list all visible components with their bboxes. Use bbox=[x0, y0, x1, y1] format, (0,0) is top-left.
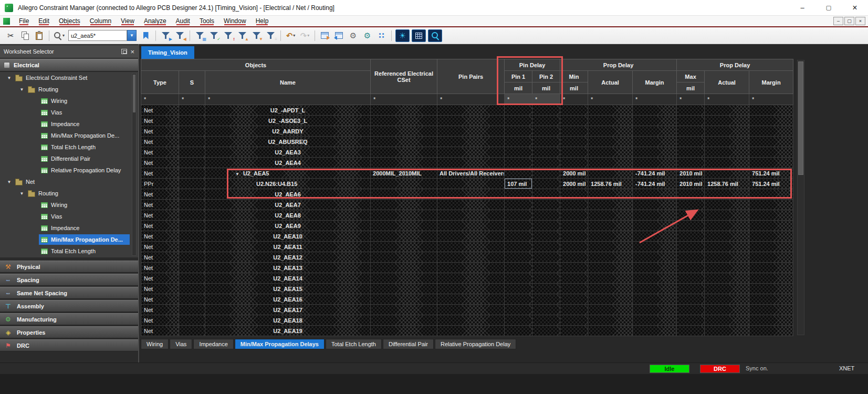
filter-forward-button[interactable]: ▶ bbox=[159, 29, 173, 42]
cell-max[interactable] bbox=[677, 137, 705, 147]
cell-min[interactable]: 2000 mil bbox=[560, 168, 588, 179]
filter-down-button[interactable]: ▼ bbox=[249, 29, 264, 42]
cell-pin2[interactable] bbox=[532, 273, 560, 284]
cell-actual1[interactable] bbox=[588, 315, 633, 326]
cell-s[interactable] bbox=[179, 252, 205, 263]
sidebar-item-vias[interactable]: Vias bbox=[0, 107, 138, 118]
filter-grid-button[interactable]: ▦ bbox=[193, 29, 207, 42]
cell-s[interactable] bbox=[179, 158, 205, 168]
cell-ref_cset[interactable] bbox=[371, 158, 437, 168]
cell-pin2[interactable] bbox=[532, 168, 560, 179]
cell-ref_cset[interactable] bbox=[371, 315, 437, 326]
cell-pin2[interactable] bbox=[532, 200, 560, 210]
cell-pin1[interactable] bbox=[505, 210, 532, 221]
cell-margin1[interactable] bbox=[633, 326, 677, 336]
sidebar-item-net[interactable]: ▼Net bbox=[0, 176, 138, 188]
worksheet-view-button[interactable] bbox=[412, 29, 426, 42]
cell-pin2[interactable] bbox=[532, 284, 560, 294]
cell-margin2[interactable] bbox=[749, 273, 793, 284]
cell-min[interactable] bbox=[560, 116, 588, 126]
close-panel-icon[interactable]: × bbox=[130, 48, 134, 55]
cell-margin2[interactable] bbox=[749, 242, 793, 252]
cell-name[interactable]: U2_AEA4 bbox=[205, 158, 371, 168]
cell-actual1[interactable] bbox=[588, 210, 633, 221]
cell-actual2[interactable] bbox=[705, 126, 749, 137]
col-header-actual-max[interactable]: Actual bbox=[705, 71, 749, 94]
cell-s[interactable] bbox=[179, 168, 205, 179]
analysis-mode-button[interactable]: ☀ bbox=[395, 29, 410, 42]
cell-name[interactable]: U2_AEA11 bbox=[205, 242, 371, 252]
cell-ref_cset[interactable] bbox=[371, 273, 437, 284]
cell-s[interactable] bbox=[179, 105, 205, 116]
cell-margin2[interactable] bbox=[749, 315, 793, 326]
menu-analyze[interactable]: Analyze bbox=[139, 17, 171, 26]
cell-margin1[interactable] bbox=[633, 221, 677, 231]
cell-margin2[interactable] bbox=[749, 116, 793, 126]
cell-margin1[interactable] bbox=[633, 284, 677, 294]
cell-type[interactable]: Net bbox=[141, 210, 179, 221]
cell-pin1[interactable] bbox=[505, 126, 532, 137]
cell-name[interactable]: U2_AARDY bbox=[205, 126, 371, 137]
cell-s[interactable] bbox=[179, 294, 205, 305]
cell-margin2[interactable] bbox=[749, 105, 793, 116]
cell-actual2[interactable] bbox=[705, 168, 749, 179]
cell-ref_cset[interactable] bbox=[371, 116, 437, 126]
cell-pin2[interactable] bbox=[532, 210, 560, 221]
cell-pin2[interactable] bbox=[532, 242, 560, 252]
cell-actual2[interactable] bbox=[705, 105, 749, 116]
cell-pin1[interactable] bbox=[505, 263, 532, 273]
cell-margin2[interactable] bbox=[749, 263, 793, 273]
cell-name[interactable]: U2.N26:U4.B15 bbox=[205, 179, 371, 189]
cell-margin1[interactable] bbox=[633, 294, 677, 305]
close-button[interactable] bbox=[842, 0, 868, 15]
cell-pin_pairs[interactable] bbox=[437, 189, 505, 200]
bottom-tab-relative-propagation-delay[interactable]: Relative Propagation Delay bbox=[435, 339, 516, 349]
cell-name[interactable]: U2_AEA18 bbox=[205, 315, 371, 326]
tree-scrollbar[interactable] bbox=[132, 73, 137, 256]
cell-pin1[interactable] bbox=[505, 305, 532, 315]
cell-margin1[interactable] bbox=[633, 315, 677, 326]
cell-pin_pairs[interactable] bbox=[437, 305, 505, 315]
cell-pin_pairs[interactable] bbox=[437, 326, 505, 336]
cell-max[interactable] bbox=[677, 116, 705, 126]
cell-actual1[interactable] bbox=[588, 168, 633, 179]
cell-min[interactable]: 2000 mil bbox=[560, 179, 588, 189]
cell-name[interactable]: U2_AEA17 bbox=[205, 305, 371, 315]
cell-actual1[interactable] bbox=[588, 326, 633, 336]
col-group-prop-delay-min[interactable]: Prop Delay bbox=[560, 59, 677, 71]
cell-max[interactable] bbox=[677, 231, 705, 242]
cell-margin1[interactable] bbox=[633, 147, 677, 158]
col-header-pin2[interactable]: Pin 2 bbox=[532, 71, 560, 82]
find-net-button[interactable]: ▾ bbox=[52, 29, 66, 42]
cell-actual2[interactable] bbox=[705, 221, 749, 231]
cell-margin2[interactable] bbox=[749, 189, 793, 200]
sidebar-item-impedance[interactable]: Impedance bbox=[0, 222, 138, 234]
filter-cell[interactable]: * bbox=[437, 94, 505, 105]
cell-ref_cset[interactable] bbox=[371, 294, 437, 305]
cell-pin_pairs[interactable] bbox=[437, 284, 505, 294]
tree-expander-icon[interactable]: ▼ bbox=[18, 191, 26, 196]
col-group-prop-delay-max[interactable]: Prop Delay bbox=[677, 59, 793, 71]
cut-button[interactable]: ✂ bbox=[4, 29, 18, 42]
menu-window[interactable]: Window bbox=[219, 17, 251, 26]
cell-name[interactable]: U2_AEA12 bbox=[205, 252, 371, 263]
cell-pin1[interactable] bbox=[505, 252, 532, 263]
bottom-tab-impedance[interactable]: Impedance bbox=[193, 339, 233, 349]
cell-pin_pairs[interactable] bbox=[437, 116, 505, 126]
cell-max[interactable] bbox=[677, 105, 705, 116]
filter-back-button[interactable]: ◀ bbox=[173, 29, 187, 42]
cell-margin1[interactable] bbox=[633, 231, 677, 242]
cell-s[interactable] bbox=[179, 147, 205, 158]
menu-view[interactable]: View bbox=[116, 17, 139, 26]
cell-ref_cset[interactable] bbox=[371, 137, 437, 147]
cell-type[interactable]: Net bbox=[141, 273, 179, 284]
filter-cell[interactable]: * bbox=[633, 94, 677, 105]
cell-pin2[interactable] bbox=[532, 147, 560, 158]
accordion-drc[interactable]: ⚑DRC bbox=[0, 339, 138, 351]
cell-actual2[interactable] bbox=[705, 252, 749, 263]
cell-pin_pairs[interactable] bbox=[437, 210, 505, 221]
cell-type[interactable]: Net bbox=[141, 137, 179, 147]
col-header-pin-pairs[interactable]: Pin Pairs bbox=[437, 59, 505, 94]
cell-type[interactable]: Net bbox=[141, 231, 179, 242]
cell-pin1[interactable] bbox=[505, 294, 532, 305]
